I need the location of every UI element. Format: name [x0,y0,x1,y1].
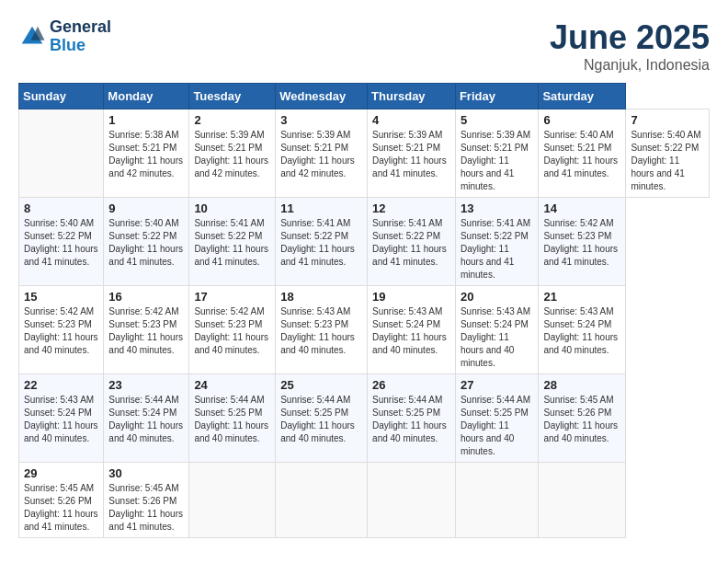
day-number: 6 [543,113,620,127]
calendar-day-cell: 10 Sunrise: 5:41 AM Sunset: 5:22 PM Dayl… [189,198,276,286]
calendar-day-cell [19,109,104,198]
day-number: 1 [108,113,184,127]
day-info: Sunrise: 5:41 AM Sunset: 5:22 PM Dayligh… [372,217,450,269]
day-info: Sunrise: 5:42 AM Sunset: 5:23 PM Dayligh… [108,305,184,357]
day-info: Sunrise: 5:43 AM Sunset: 5:24 PM Dayligh… [372,305,450,357]
sunset-text: Sunset: 5:22 PM [280,231,348,241]
day-number: 20 [461,290,534,304]
day-number: 11 [280,201,362,215]
sunset-text: Sunset: 5:21 PM [372,143,440,153]
sunset-text: Sunset: 5:26 PM [108,496,176,506]
day-info: Sunrise: 5:43 AM Sunset: 5:24 PM Dayligh… [24,394,98,445]
sunset-text: Sunset: 5:21 PM [461,143,529,153]
logo-blue: Blue [50,37,111,55]
daylight-text: Daylight: 11 hours and 40 minutes. [108,420,183,443]
sunset-text: Sunset: 5:23 PM [108,319,176,329]
day-info: Sunrise: 5:44 AM Sunset: 5:25 PM Dayligh… [194,394,270,445]
calendar-day-cell: 14 Sunrise: 5:42 AM Sunset: 5:23 PM Dayl… [539,198,626,286]
daylight-text: Daylight: 11 hours and 41 minutes. [372,155,447,178]
sunset-text: Sunset: 5:22 PM [24,231,92,241]
sunrise-text: Sunrise: 5:42 AM [24,306,94,316]
calendar-day-cell: 12 Sunrise: 5:41 AM Sunset: 5:22 PM Dayl… [368,198,456,286]
day-number: 23 [108,378,184,392]
day-number: 16 [108,290,184,304]
day-number: 14 [543,201,620,215]
calendar-day-cell [455,463,539,538]
weekday-header-row: SundayMondayTuesdayWednesdayThursdayFrid… [19,84,710,109]
calendar-day-cell: 24 Sunrise: 5:44 AM Sunset: 5:25 PM Dayl… [189,374,276,463]
daylight-text: Daylight: 11 hours and 40 minutes. [543,420,618,443]
calendar-day-cell: 5 Sunrise: 5:39 AM Sunset: 5:21 PM Dayli… [455,109,539,198]
day-number: 25 [280,378,362,392]
calendar-day-cell: 4 Sunrise: 5:39 AM Sunset: 5:21 PM Dayli… [368,109,456,198]
day-info: Sunrise: 5:39 AM Sunset: 5:21 PM Dayligh… [372,129,450,180]
sunset-text: Sunset: 5:26 PM [24,496,92,506]
calendar-day-cell: 20 Sunrise: 5:43 AM Sunset: 5:24 PM Dayl… [455,286,539,374]
day-number: 4 [372,113,450,127]
day-info: Sunrise: 5:44 AM Sunset: 5:25 PM Dayligh… [461,394,534,458]
sunrise-text: Sunrise: 5:40 AM [543,130,613,140]
day-number: 8 [24,201,98,215]
calendar-day-cell [539,463,626,538]
day-number: 7 [631,113,704,127]
sunrise-text: Sunrise: 5:40 AM [631,130,700,140]
day-number: 22 [24,378,98,392]
daylight-text: Daylight: 11 hours and 40 minutes. [280,420,355,443]
daylight-text: Daylight: 11 hours and 41 minutes. [108,244,183,267]
sunset-text: Sunset: 5:21 PM [108,143,176,153]
day-info: Sunrise: 5:41 AM Sunset: 5:22 PM Dayligh… [461,217,534,282]
day-number: 15 [24,290,98,304]
sunset-text: Sunset: 5:26 PM [543,408,611,418]
day-info: Sunrise: 5:41 AM Sunset: 5:22 PM Dayligh… [280,217,362,269]
day-number: 24 [194,378,270,392]
daylight-text: Daylight: 11 hours and 40 minutes. [372,420,447,443]
calendar-week-row: 15 Sunrise: 5:42 AM Sunset: 5:23 PM Dayl… [19,286,710,374]
daylight-text: Daylight: 11 hours and 41 minutes. [194,244,268,267]
logo-general: General [50,18,111,37]
sunset-text: Sunset: 5:24 PM [543,319,611,329]
calendar-day-cell: 29 Sunrise: 5:45 AM Sunset: 5:26 PM Dayl… [19,463,104,538]
calendar-day-cell: 15 Sunrise: 5:42 AM Sunset: 5:23 PM Dayl… [19,286,104,374]
sunrise-text: Sunrise: 5:39 AM [280,130,350,140]
sunrise-text: Sunrise: 5:43 AM [372,306,442,316]
day-info: Sunrise: 5:45 AM Sunset: 5:26 PM Dayligh… [24,482,98,534]
weekday-header-cell: Thursday [368,84,456,109]
sunrise-text: Sunrise: 5:43 AM [280,306,350,316]
daylight-text: Daylight: 11 hours and 40 minutes. [461,332,514,368]
month-title: June 2025 [550,18,710,57]
calendar-day-cell: 18 Sunrise: 5:43 AM Sunset: 5:23 PM Dayl… [276,286,368,374]
calendar-day-cell: 19 Sunrise: 5:43 AM Sunset: 5:24 PM Dayl… [368,286,456,374]
day-number: 19 [372,290,450,304]
day-number: 13 [461,201,534,215]
calendar-day-cell [189,463,276,538]
day-info: Sunrise: 5:42 AM Sunset: 5:23 PM Dayligh… [194,305,270,357]
daylight-text: Daylight: 11 hours and 40 minutes. [372,332,447,355]
day-info: Sunrise: 5:45 AM Sunset: 5:26 PM Dayligh… [108,482,184,534]
sunset-text: Sunset: 5:24 PM [24,408,92,418]
daylight-text: Daylight: 11 hours and 41 minutes. [108,509,183,532]
day-number: 30 [108,466,184,480]
daylight-text: Daylight: 11 hours and 41 minutes. [543,244,618,267]
daylight-text: Daylight: 11 hours and 40 minutes. [194,332,268,355]
sunrise-text: Sunrise: 5:45 AM [24,483,94,493]
daylight-text: Daylight: 11 hours and 41 minutes. [461,155,514,191]
daylight-text: Daylight: 11 hours and 41 minutes. [543,155,618,178]
sunrise-text: Sunrise: 5:42 AM [108,306,178,316]
daylight-text: Daylight: 11 hours and 41 minutes. [280,244,355,267]
day-info: Sunrise: 5:38 AM Sunset: 5:21 PM Dayligh… [108,129,184,180]
calendar-day-cell: 28 Sunrise: 5:45 AM Sunset: 5:26 PM Dayl… [539,374,626,463]
sunset-text: Sunset: 5:25 PM [461,408,529,418]
daylight-text: Daylight: 11 hours and 41 minutes. [372,244,447,267]
sunset-text: Sunset: 5:23 PM [543,231,611,241]
day-number: 18 [280,290,362,304]
day-info: Sunrise: 5:39 AM Sunset: 5:21 PM Dayligh… [194,129,270,180]
sunrise-text: Sunrise: 5:39 AM [194,130,264,140]
sunrise-text: Sunrise: 5:44 AM [280,395,350,405]
calendar-day-cell: 16 Sunrise: 5:42 AM Sunset: 5:23 PM Dayl… [104,286,189,374]
sunset-text: Sunset: 5:24 PM [461,319,529,329]
day-info: Sunrise: 5:44 AM Sunset: 5:25 PM Dayligh… [280,394,362,445]
day-number: 21 [543,290,620,304]
day-number: 9 [108,201,184,215]
sunrise-text: Sunrise: 5:44 AM [461,395,530,405]
sunrise-text: Sunrise: 5:43 AM [543,306,613,316]
